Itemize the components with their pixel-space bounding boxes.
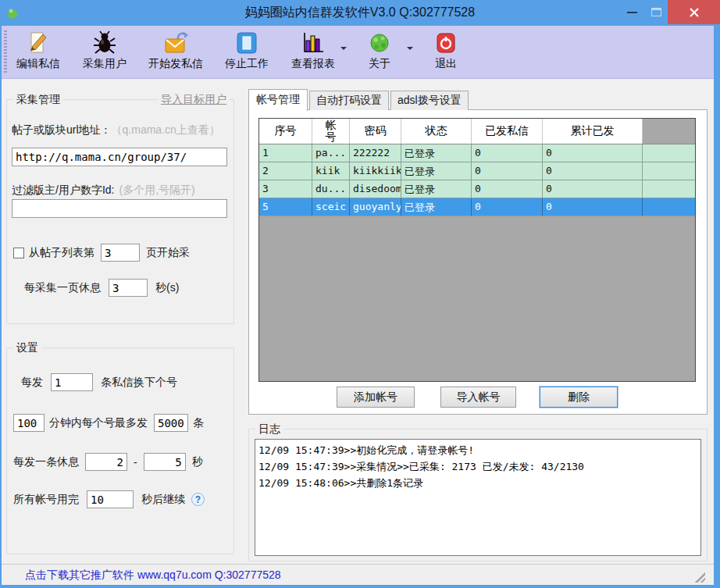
tab-帐号管理[interactable]: 帐号管理	[248, 89, 308, 111]
column-header[interactable]: 序号	[259, 119, 312, 144]
bug-icon	[92, 28, 117, 57]
minutes-input[interactable]	[13, 414, 45, 432]
toolbar-button-stop[interactable]: 停止工作	[224, 28, 269, 71]
toolbar-label: 查看报表	[291, 57, 335, 71]
start-page-checkbox[interactable]	[13, 248, 24, 258]
url-hint: （q.mama.cn上查看）	[112, 123, 220, 137]
toolbar-label: 编辑私信	[16, 57, 60, 71]
collect-group-title: 采集管理	[13, 93, 63, 107]
stop-icon	[234, 28, 259, 57]
toolbar-button-bug[interactable]: 采集用户	[82, 28, 127, 71]
toolbar-label: 开始发私信	[148, 57, 203, 71]
toolbar-button-chart[interactable]: 查看报表	[290, 28, 336, 71]
resize-grip-icon[interactable]	[695, 572, 705, 583]
import-target-users-link[interactable]: 导入目标用户	[159, 93, 229, 107]
filter-hint: (多个用,号隔开)	[119, 184, 194, 198]
start-page-prefix: 从帖子列表第	[29, 246, 94, 260]
start-page-input[interactable]	[101, 244, 140, 262]
close-button[interactable]	[668, 0, 720, 24]
tab-adsl拨号设置[interactable]: adsl拨号设置	[390, 91, 469, 110]
column-header-label: 序号	[275, 124, 297, 138]
status-bar: 点击下载其它推广软件 www.qq7u.com Q:302777528	[2, 564, 714, 585]
toolbar-button-edit-note[interactable]: 编辑私信	[16, 28, 61, 71]
rest-max-input[interactable]	[144, 453, 186, 471]
per-send-suffix: 条私信换下个号	[101, 376, 177, 390]
column-header[interactable]: 累计已发	[543, 119, 643, 144]
column-header-label: 帐号	[326, 119, 337, 142]
cell: kiikkiik	[350, 162, 401, 180]
table-row[interactable]: 5sceicguoyanly已登录00	[259, 198, 695, 216]
minimize-button[interactable]	[619, 0, 644, 24]
dropdown-arrow-icon[interactable]	[407, 47, 413, 53]
table-row[interactable]: 3du...disedoom已登录00	[259, 180, 695, 198]
cell: 222222	[350, 144, 401, 162]
maximize-button[interactable]	[645, 0, 667, 24]
toolbar-button-power[interactable]: 退出	[423, 28, 469, 71]
toolbar-button-globe[interactable]: 关于	[357, 28, 402, 71]
collect-rest-suffix: 秒(s)	[155, 281, 179, 295]
toolbar-items: 编辑私信 采集用户 开始发私信 停止工作 查看报表 关于 退出	[2, 26, 714, 71]
cell: pa...	[312, 144, 350, 162]
column-header[interactable]: 已发私信	[472, 119, 543, 144]
add-account-button[interactable]: 添加帐号	[337, 387, 415, 408]
delete-button[interactable]: 删除	[540, 387, 618, 408]
toolbar-button-send-mail[interactable]: 开始发私信	[148, 28, 203, 71]
toolbar-gripper-icon[interactable]	[4, 30, 7, 73]
cell: guoyanly	[350, 198, 401, 216]
url-label: 帖子或版块url地址：	[12, 123, 112, 137]
send-mail-icon	[163, 28, 188, 57]
cell: 1	[259, 144, 312, 162]
import-account-button[interactable]: 导入帐号	[440, 387, 516, 408]
table-row[interactable]: 1pa...222222已登录00	[259, 144, 695, 162]
promo-link[interactable]: 点击下载其它推广软件 www.qq7u.com Q:302777528	[25, 568, 281, 583]
collect-rest-input[interactable]	[109, 279, 148, 297]
log-output[interactable]: 12/09 15:47:39>>初始化完成，请登录帐号!12/09 15:47:…	[255, 439, 701, 556]
table-row[interactable]: 2kiikkiikkiik已登录00	[259, 162, 695, 180]
url-input[interactable]	[12, 148, 227, 166]
cell: 2	[259, 162, 312, 180]
max-send-input[interactable]	[154, 414, 188, 432]
cell: 已登录	[401, 198, 472, 216]
table-body: 1pa...222222已登录002kiikkiikkiik已登录003du..…	[259, 144, 695, 216]
rest-min-input[interactable]	[85, 453, 127, 471]
filter-label: 过滤版主/用户数字Id:	[12, 184, 114, 198]
cell: 0	[472, 180, 543, 198]
dropdown-arrow-icon[interactable]	[340, 47, 347, 53]
toolbar-label: 采集用户	[83, 57, 127, 71]
cell: 0	[543, 198, 643, 216]
per-send-input[interactable]	[51, 373, 93, 391]
cell: 已登录	[401, 180, 472, 198]
log-line: 12/09 15:47:39>>初始化完成，请登录帐号!	[258, 442, 697, 458]
column-header[interactable]: 帐号	[312, 119, 350, 144]
column-header[interactable]: 状态	[401, 119, 472, 144]
rest-range-dash: -	[134, 456, 137, 469]
cell: 已登录	[401, 144, 472, 162]
cell: 0	[543, 162, 643, 180]
help-icon[interactable]: ?	[191, 493, 205, 506]
window-title: 妈妈圈站内信群发软件V3.0 Q:302777528	[0, 5, 720, 21]
cell: disedoom	[350, 180, 401, 198]
accounts-used-input[interactable]	[87, 490, 134, 508]
chart-icon	[301, 28, 326, 57]
maximize-icon	[651, 8, 661, 16]
window-border-bottom	[0, 585, 720, 588]
table-header-row: 序号帐号密码状态已发私信累计已发	[259, 119, 695, 144]
cell: 3	[259, 180, 312, 198]
toolbar: 编辑私信 采集用户 开始发私信 停止工作 查看报表 关于 退出	[2, 26, 714, 79]
cell: 0	[472, 144, 543, 162]
toolbar-label: 退出	[435, 57, 457, 71]
globe-icon	[367, 28, 392, 57]
toolbar-label: 停止工作	[225, 57, 269, 71]
log-line: 12/09 15:48:06>>共删除1条记录	[258, 475, 697, 491]
filter-input[interactable]	[12, 199, 227, 218]
tab-strip: 帐号管理自动打码设置adsl拨号设置	[248, 91, 470, 110]
app-window: 妈妈圈站内信群发软件V3.0 Q:302777528 编辑私信 采集用户 开始发…	[0, 0, 720, 588]
settings-group-title: 设置	[13, 341, 41, 355]
max-send-suffix: 条	[193, 416, 204, 430]
column-header-label: 已发私信	[485, 124, 529, 138]
column-header[interactable]: 密码	[350, 119, 401, 144]
cell: 0	[543, 144, 643, 162]
account-table: 序号帐号密码状态已发私信累计已发 1pa...222222已登录002kiikk…	[258, 118, 696, 382]
edit-note-icon	[26, 28, 51, 57]
tab-自动打码设置[interactable]: 自动打码设置	[309, 91, 389, 110]
